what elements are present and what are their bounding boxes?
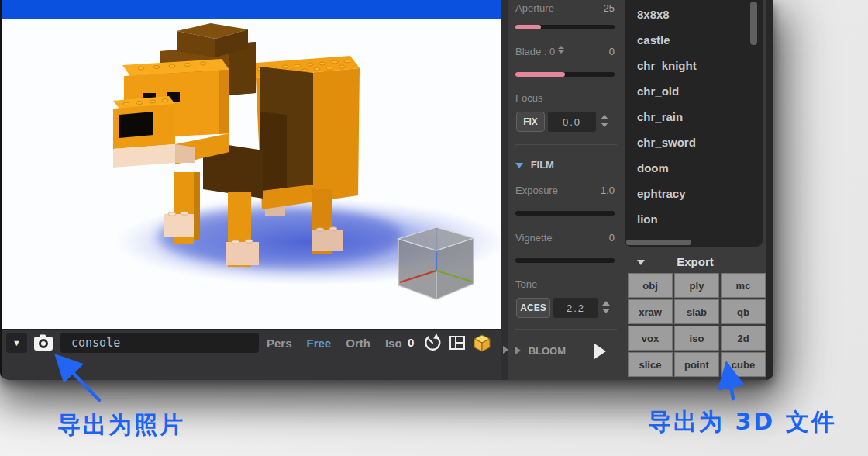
lion-voxel-scene bbox=[0, 19, 501, 329]
tone-row: Tone bbox=[515, 278, 615, 292]
aperture-value: 25 bbox=[604, 2, 615, 16]
aperture-label: Aperture bbox=[515, 2, 554, 16]
film-section-header[interactable]: FILM bbox=[515, 157, 617, 173]
camera-settings-panel: Aperture 25 Blade : 0 0 Focus FIX FILM E… bbox=[508, 0, 625, 380]
annotation-export-3d-file: 导出为 3D 文件 bbox=[648, 406, 837, 438]
bloom-section-header[interactable]: BLOOM bbox=[515, 344, 617, 359]
viewport-toolbar: ▼ Pers Free Orth Iso 0 bbox=[0, 329, 501, 380]
viewport-top-banner bbox=[0, 0, 501, 19]
file-list-horizontal-scrollbar[interactable] bbox=[626, 240, 691, 245]
tone-label: Tone bbox=[515, 278, 537, 292]
vignette-value: 0 bbox=[609, 231, 615, 245]
exposure-value: 1.0 bbox=[601, 184, 615, 198]
export-qb-button[interactable]: qb bbox=[721, 299, 766, 324]
console-dropdown-button[interactable]: ▼ bbox=[6, 333, 27, 353]
export-buttons-grid: obj ply mc xraw slab qb vox iso 2d slice… bbox=[628, 273, 766, 377]
export-2d-button[interactable]: 2d bbox=[721, 326, 766, 351]
view-gizmo-cube[interactable] bbox=[398, 227, 474, 299]
file-item[interactable]: castle bbox=[625, 27, 763, 53]
export-point-button[interactable]: point bbox=[674, 352, 719, 377]
mode-free[interactable]: Free bbox=[307, 337, 332, 350]
mode-orth[interactable]: Orth bbox=[346, 337, 370, 350]
viewport-3d[interactable]: ▼ Pers Free Orth Iso 0 bbox=[0, 0, 501, 380]
project-file-list: 8x8x8 castle chr_knight chr_old chr_rain… bbox=[625, 0, 763, 247]
mode-iso[interactable]: Iso bbox=[385, 337, 402, 350]
focus-label: Focus bbox=[515, 92, 542, 105]
annotation-export-photo: 导出为照片 bbox=[57, 409, 185, 441]
vignette-slider[interactable] bbox=[515, 258, 615, 263]
file-item[interactable]: doom bbox=[625, 155, 763, 181]
tone-aces-button[interactable]: ACES bbox=[516, 298, 550, 318]
bloom-header-label: BLOOM bbox=[529, 345, 566, 357]
window-frame-edge bbox=[0, 0, 2, 380]
screenshot-camera-button[interactable] bbox=[33, 333, 54, 353]
exposure-slider[interactable] bbox=[515, 211, 615, 216]
blade-stepper[interactable] bbox=[558, 46, 564, 54]
export-obj-button[interactable]: obj bbox=[628, 273, 673, 298]
focus-row: Focus bbox=[515, 92, 615, 105]
rotation-value: 0 bbox=[408, 333, 414, 353]
file-item[interactable]: lion bbox=[625, 206, 763, 232]
export-xraw-button[interactable]: xraw bbox=[628, 299, 673, 324]
exposure-label: Exposure bbox=[515, 184, 558, 198]
export-cube-button[interactable]: cube bbox=[721, 352, 766, 377]
console-input[interactable] bbox=[60, 333, 259, 353]
voxel-cube-icon[interactable] bbox=[473, 333, 491, 352]
tone-gamma-input[interactable] bbox=[553, 298, 598, 318]
export-slice-button[interactable]: slice bbox=[628, 352, 673, 377]
render-play-icon[interactable] bbox=[594, 344, 606, 359]
split-view-icon[interactable] bbox=[448, 333, 467, 352]
divider bbox=[515, 329, 617, 330]
blade-label: Blade : 0 bbox=[515, 45, 564, 59]
mode-pers[interactable]: Pers bbox=[267, 337, 292, 350]
window-frame-edge bbox=[766, 0, 773, 380]
export-slab-button[interactable]: slab bbox=[674, 299, 719, 324]
camera-icon bbox=[33, 333, 54, 353]
divider bbox=[515, 144, 617, 145]
rotate-reset-icon[interactable] bbox=[423, 333, 442, 352]
export-vox-button[interactable]: vox bbox=[628, 326, 673, 351]
export-ply-button[interactable]: ply bbox=[674, 273, 719, 298]
focus-value-input[interactable] bbox=[548, 112, 596, 132]
vignette-label: Vignette bbox=[515, 231, 552, 245]
magicavoxel-window: ▼ Pers Free Orth Iso 0 bbox=[0, 0, 773, 380]
focus-fix-button[interactable]: FIX bbox=[516, 112, 545, 132]
file-item[interactable]: chr_sword bbox=[625, 130, 763, 155]
aperture-row: Aperture 25 bbox=[515, 2, 615, 16]
exposure-row: Exposure 1.0 bbox=[515, 184, 615, 198]
file-item[interactable]: chr_old bbox=[625, 78, 763, 104]
aperture-slider[interactable] bbox=[515, 25, 615, 29]
export-header-label: Export bbox=[625, 253, 766, 271]
focus-stepper[interactable] bbox=[600, 112, 609, 132]
collapse-closed-icon bbox=[515, 347, 521, 354]
blade-slider[interactable] bbox=[515, 72, 615, 77]
film-header-label: FILM bbox=[531, 159, 554, 171]
blade-row: Blade : 0 0 bbox=[515, 45, 615, 59]
file-item[interactable]: ephtracy bbox=[625, 181, 763, 206]
file-item[interactable]: chr_rain bbox=[625, 104, 763, 130]
panel-collapse-arrow-icon[interactable] bbox=[503, 346, 508, 354]
export-section-header[interactable]: Export bbox=[625, 253, 766, 271]
vignette-row: Vignette 0 bbox=[515, 231, 615, 245]
file-item[interactable]: 8x8x8 bbox=[625, 2, 763, 27]
panel-resize-handle[interactable] bbox=[501, 0, 508, 380]
tone-stepper[interactable] bbox=[601, 298, 611, 318]
export-mc-button[interactable]: mc bbox=[721, 273, 766, 298]
view-mode-switcher: Pers Free Orth Iso bbox=[267, 333, 402, 353]
blade-value: 0 bbox=[609, 45, 615, 59]
export-iso-button[interactable]: iso bbox=[674, 326, 719, 351]
collapse-open-icon bbox=[515, 163, 523, 168]
file-item[interactable]: chr_knight bbox=[625, 53, 763, 78]
file-list-vertical-scrollbar[interactable] bbox=[750, 2, 757, 45]
